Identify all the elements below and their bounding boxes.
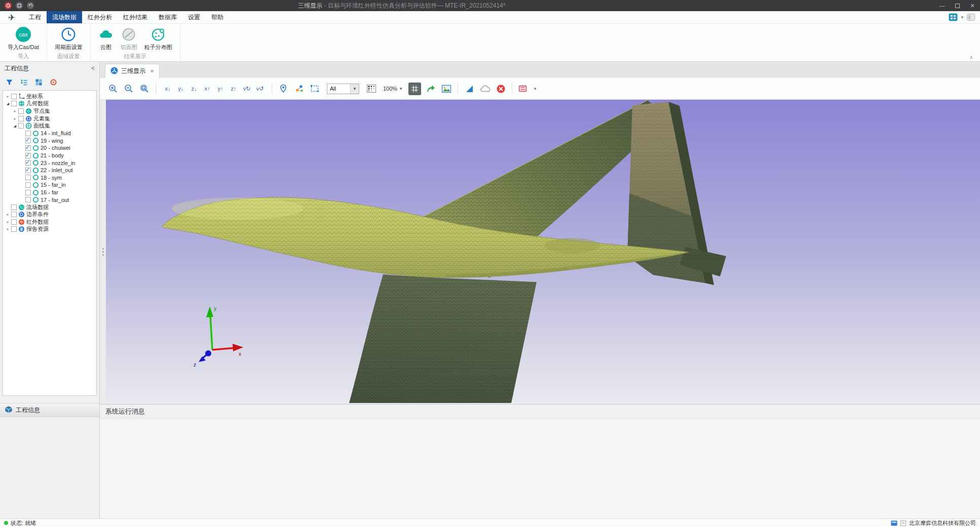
tree-item[interactable]: 23 - nozzle_in bbox=[3, 159, 96, 167]
status-panel-icon[interactable] bbox=[891, 520, 897, 526]
tree-item[interactable]: ▸元素集 bbox=[3, 115, 96, 123]
tab-close-icon[interactable]: ✕ bbox=[150, 68, 154, 74]
menu-item-红外结果[interactable]: 红外结果 bbox=[118, 11, 153, 23]
particle-distribution-button[interactable]: 粒子分布图 bbox=[141, 26, 176, 52]
tree-item[interactable]: ◢几何数据 bbox=[3, 100, 96, 108]
clear-cancel-button[interactable] bbox=[495, 82, 507, 95]
menu-item-工程[interactable]: 工程 bbox=[23, 11, 47, 23]
tree-expand-icon[interactable]: ▸ bbox=[5, 212, 11, 217]
view-orientation-icon-v↺[interactable]: v↺ bbox=[253, 86, 267, 92]
apps-grid-icon[interactable] bbox=[949, 13, 958, 21]
export-share-button[interactable] bbox=[425, 82, 437, 95]
tree-expand-icon[interactable]: ▸ bbox=[5, 227, 11, 231]
tree-checkbox[interactable] bbox=[25, 138, 31, 143]
zoom-level-select[interactable]: 100% ▼ bbox=[383, 86, 403, 92]
view-orientation-icon-y↓[interactable]: y↓ bbox=[174, 86, 187, 92]
save-icon[interactable] bbox=[16, 2, 23, 9]
view-orientation-icon-v↻[interactable]: v↻ bbox=[240, 86, 253, 92]
filter-icon[interactable] bbox=[5, 77, 14, 87]
menu-item-红外分析[interactable]: 红外分析 bbox=[82, 11, 118, 23]
tree-checkbox[interactable] bbox=[11, 226, 17, 232]
sidebar-bottom-tab-project-info[interactable]: 工程信息 bbox=[0, 403, 99, 417]
view-orientation-icon-z↑[interactable]: z↑ bbox=[227, 86, 240, 92]
sidebar-collapse-button[interactable]: < bbox=[91, 65, 95, 72]
tree-checkbox[interactable] bbox=[25, 153, 31, 158]
display-filter-select[interactable]: All ▼ bbox=[327, 84, 359, 94]
maximize-button[interactable] bbox=[950, 0, 965, 11]
app-logo-icon[interactable] bbox=[5, 2, 12, 9]
tree-item[interactable]: ▸红外数据 bbox=[3, 218, 96, 226]
tree-item[interactable]: 15 - far_in bbox=[3, 181, 96, 189]
tree-checkbox[interactable] bbox=[18, 108, 24, 114]
tree-checkbox[interactable] bbox=[25, 175, 31, 180]
layout-theme-icon[interactable] bbox=[967, 14, 975, 21]
zoom-in-button[interactable] bbox=[107, 82, 119, 95]
zoom-fit-button[interactable] bbox=[138, 82, 150, 95]
minimize-button[interactable]: — bbox=[934, 0, 950, 11]
import-cas-dat-button[interactable]: cas 导入Cas/Dat bbox=[4, 26, 43, 52]
tree-expand-icon[interactable]: ◢ bbox=[5, 102, 11, 106]
menu-item-流场数据[interactable]: 流场数据 bbox=[47, 11, 82, 23]
section-tool-button[interactable] bbox=[517, 82, 530, 95]
chevron-down-icon[interactable]: ▼ bbox=[960, 15, 964, 20]
view-orientation-icon-z↓[interactable]: z↓ bbox=[187, 86, 201, 92]
tree-item[interactable]: 14 - int_fluid bbox=[3, 130, 96, 137]
probe-pin-button[interactable] bbox=[277, 82, 289, 95]
menu-item-数据库[interactable]: 数据库 bbox=[153, 11, 182, 23]
tree-item[interactable]: 21 - body bbox=[3, 152, 96, 159]
close-button[interactable]: ✕ bbox=[965, 0, 980, 11]
viewport-canvas[interactable]: y x z bbox=[106, 100, 980, 404]
status-doc-icon[interactable] bbox=[900, 520, 906, 526]
tree-item[interactable]: 18 - sym bbox=[3, 174, 96, 182]
chevron-down-icon[interactable]: ▼ bbox=[533, 87, 537, 91]
tree-checkbox[interactable] bbox=[11, 219, 17, 225]
tree-checkbox[interactable] bbox=[11, 212, 17, 217]
slice-map-button[interactable]: 切面图 bbox=[117, 26, 141, 52]
tree-item[interactable]: 流场数据 bbox=[3, 204, 96, 211]
tree-checkbox[interactable] bbox=[25, 145, 31, 151]
tree-expand-icon[interactable]: ◢ bbox=[12, 124, 18, 128]
view-orientation-icon-x↑[interactable]: x↑ bbox=[201, 86, 214, 92]
cloud-outline-button[interactable] bbox=[479, 82, 491, 95]
periodic-face-settings-button[interactable]: 周期面设置 bbox=[51, 26, 86, 52]
halftone-pattern-button[interactable] bbox=[365, 82, 378, 95]
tree-list-icon[interactable] bbox=[19, 77, 28, 87]
mirror-flip-button[interactable] bbox=[463, 82, 475, 95]
tree-checkbox[interactable] bbox=[25, 197, 31, 202]
tree-item[interactable]: 22 - inlet_out bbox=[3, 167, 96, 174]
tree-checkbox[interactable] bbox=[11, 101, 17, 106]
molecule-button[interactable] bbox=[293, 82, 305, 95]
locate-target-icon[interactable] bbox=[49, 77, 58, 87]
tree-checkbox[interactable] bbox=[25, 190, 31, 195]
contour-map-button[interactable]: 云图 bbox=[95, 26, 117, 52]
tree-expand-icon[interactable]: ▸ bbox=[5, 220, 11, 224]
select-region-button[interactable] bbox=[309, 82, 321, 95]
tree-checkbox[interactable] bbox=[25, 168, 31, 173]
ribbon-collapse-icon[interactable]: ∧ bbox=[969, 55, 973, 60]
tree-checkbox[interactable] bbox=[18, 123, 24, 129]
view-orientation-icon-y↑[interactable]: y↑ bbox=[214, 86, 227, 92]
menu-item-帮助[interactable]: 帮助 bbox=[206, 11, 229, 23]
undo-icon[interactable] bbox=[27, 2, 34, 9]
tree-item[interactable]: ▸边界条件 bbox=[3, 211, 96, 219]
tree-checkbox[interactable] bbox=[11, 94, 17, 99]
view-orientation-icon-x↓[interactable]: x↓ bbox=[161, 86, 174, 92]
tree-item[interactable]: 19 - wing bbox=[3, 137, 96, 145]
tree-checkbox[interactable] bbox=[25, 182, 31, 188]
grid-toggle-button[interactable] bbox=[408, 83, 421, 95]
tree-checkbox[interactable] bbox=[25, 160, 31, 166]
tree-expand-icon[interactable]: ▸ bbox=[5, 94, 11, 99]
tree-expand-icon[interactable]: ▸ bbox=[12, 116, 18, 121]
viewport-3d[interactable]: y x z bbox=[106, 100, 980, 404]
zoom-out-button[interactable] bbox=[123, 82, 135, 95]
tree-item[interactable]: 17 - far_out bbox=[3, 196, 96, 204]
menu-item-设置[interactable]: 设置 bbox=[182, 11, 206, 23]
tab-3d-view[interactable]: 三维显示 ✕ bbox=[105, 64, 160, 78]
tree-item[interactable]: 16 - far bbox=[3, 189, 96, 196]
snapshot-image-button[interactable] bbox=[440, 82, 453, 95]
tree-item[interactable]: ▸报告资源 bbox=[3, 226, 96, 233]
tree-checkbox[interactable] bbox=[18, 116, 24, 121]
tree-item[interactable]: ◢面线集 bbox=[3, 122, 96, 130]
tree-item[interactable]: 20 - chuiwei bbox=[3, 144, 96, 152]
tree-checkbox[interactable] bbox=[11, 205, 17, 210]
